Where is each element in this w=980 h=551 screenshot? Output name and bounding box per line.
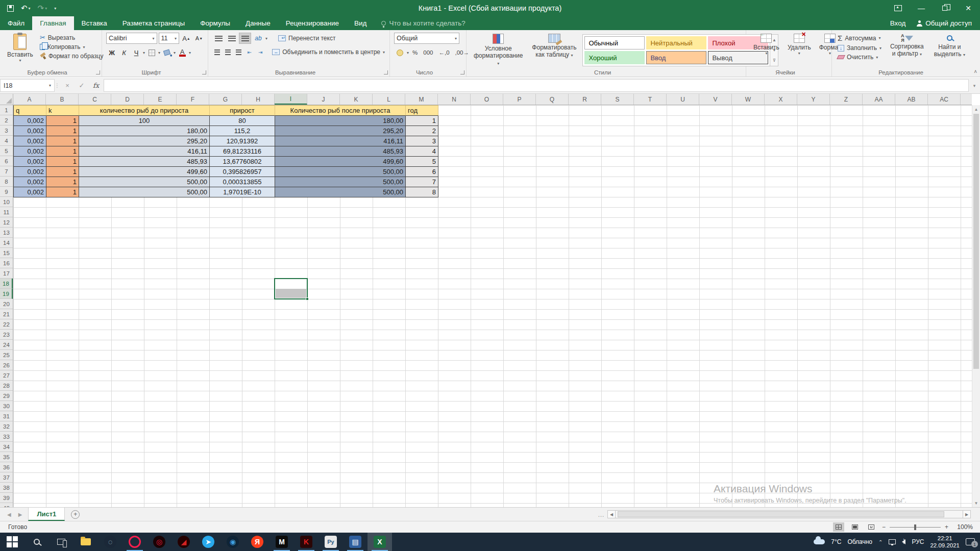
row-header-17[interactable]: 17 xyxy=(0,268,13,279)
fill-color-caret[interactable]: ▾ xyxy=(174,51,176,55)
insert-function-button[interactable]: fx xyxy=(89,82,103,89)
wrap-text-button[interactable]: Перенести текст xyxy=(277,34,337,43)
row-header-7[interactable]: 7 xyxy=(0,166,13,177)
taskbar-icon-start[interactable] xyxy=(0,533,24,551)
row-header-2[interactable]: 2 xyxy=(0,115,13,126)
cell[interactable]: 1 xyxy=(46,187,79,197)
cell[interactable]: 6 xyxy=(406,167,438,177)
column-header-U[interactable]: U xyxy=(667,94,699,105)
find-select-button[interactable]: Найти и выделить ▾ xyxy=(931,33,968,62)
taskbar-icon-steam[interactable]: ◌ xyxy=(98,533,122,551)
weather-cloud-icon[interactable] xyxy=(814,539,825,544)
comma-style-button[interactable]: 000 xyxy=(421,48,435,57)
cut-button[interactable]: ✂Вырезать xyxy=(38,33,105,42)
paste-button[interactable]: Вставить▾ xyxy=(4,33,36,64)
zoom-level[interactable]: 100% xyxy=(953,523,973,531)
cell[interactable]: 1 xyxy=(46,136,79,146)
increase-decimal-button[interactable]: ←,0 xyxy=(436,48,451,57)
scroll-up-arrow[interactable]: ▲ xyxy=(972,105,980,113)
cell[interactable]: 115,2 xyxy=(210,126,275,136)
weather-temp[interactable]: 7°C xyxy=(831,538,841,545)
cell[interactable]: 0,002 xyxy=(14,157,46,167)
column-header-F[interactable]: F xyxy=(177,94,209,105)
align-bottom-button[interactable] xyxy=(239,33,251,44)
cell[interactable]: 3 xyxy=(406,136,438,146)
accounting-caret[interactable]: ▾ xyxy=(407,51,409,55)
orientation-caret[interactable]: ▾ xyxy=(265,36,267,41)
zoom-slider-handle[interactable] xyxy=(914,524,916,530)
sheet-tab-list1[interactable]: Лист1 xyxy=(28,508,65,521)
orientation-button[interactable]: ab xyxy=(252,33,264,44)
horizontal-scrollbar[interactable] xyxy=(616,510,963,518)
autosum-button[interactable]: ΣАвтосумма▾ xyxy=(836,33,883,43)
tab-file[interactable]: Файл xyxy=(0,16,32,30)
expand-formula-bar-button[interactable]: ▾ xyxy=(969,78,980,93)
language-indicator[interactable]: РУС xyxy=(912,538,924,545)
cell[interactable]: 500,00 xyxy=(79,177,210,187)
fill-handle[interactable] xyxy=(306,297,309,300)
name-box-splitter[interactable]: ⋮ xyxy=(55,78,60,93)
hidden-icons-chevron[interactable]: ⌃ xyxy=(878,539,883,545)
cell[interactable]: 1 xyxy=(46,116,79,126)
increase-indent-button[interactable]: ⇥ xyxy=(256,46,265,58)
hscroll-left-arrow[interactable]: ◀ xyxy=(607,510,616,518)
undo-button[interactable]: ↶▾ xyxy=(21,4,31,13)
row-header-35[interactable]: 35 xyxy=(0,452,13,462)
dialog-launcher-icon[interactable] xyxy=(202,70,206,74)
row-header-38[interactable]: 38 xyxy=(0,483,13,493)
underline-button[interactable]: Ч xyxy=(131,47,142,58)
taskbar-icon-red-player[interactable]: ◢ xyxy=(172,533,196,551)
cell[interactable]: 416,11 xyxy=(275,136,406,146)
fill-color-button[interactable] xyxy=(161,47,173,58)
italic-button[interactable]: К xyxy=(118,47,130,58)
network-icon[interactable] xyxy=(889,539,896,544)
scroll-down-arrow[interactable]: ▼ xyxy=(972,499,980,507)
column-header-Z[interactable]: Z xyxy=(830,94,863,105)
taskbar-icon-calculator[interactable]: ▤ xyxy=(343,533,368,551)
row-header-29[interactable]: 29 xyxy=(0,391,13,401)
cell[interactable]: 0,002 xyxy=(14,126,46,136)
cell[interactable]: 416,11 xyxy=(79,146,210,157)
row-header-6[interactable]: 6 xyxy=(0,156,13,166)
column-header-P[interactable]: P xyxy=(503,94,536,105)
column-header-N[interactable]: N xyxy=(438,94,471,105)
tab-page-layout[interactable]: Разметка страницы xyxy=(115,16,192,30)
cell[interactable]: 4 xyxy=(406,146,438,157)
column-header-G[interactable]: G xyxy=(209,94,242,105)
format-as-table-button[interactable]: Форматировать как таблицу ▾ xyxy=(529,33,579,59)
select-all-corner[interactable] xyxy=(0,94,13,105)
cell[interactable]: 100 xyxy=(79,116,210,126)
dialog-launcher-icon[interactable] xyxy=(460,70,464,74)
page-break-view-button[interactable] xyxy=(866,522,877,532)
taskbar-icon-m-app[interactable]: M xyxy=(270,533,294,551)
horizontal-scroll-thumb[interactable] xyxy=(618,511,944,517)
row-header-15[interactable]: 15 xyxy=(0,248,13,258)
column-header-S[interactable]: S xyxy=(601,94,634,105)
volume-icon[interactable] xyxy=(902,539,905,544)
percent-button[interactable]: % xyxy=(410,48,420,57)
row-header-4[interactable]: 4 xyxy=(0,136,13,146)
selection-box[interactable] xyxy=(274,278,308,299)
borders-button[interactable] xyxy=(146,47,157,58)
cell[interactable]: 120,91392 xyxy=(210,136,275,146)
tab-splitter[interactable]: … xyxy=(598,511,604,518)
column-header-AC[interactable]: AC xyxy=(928,94,961,105)
tab-data[interactable]: Данные xyxy=(238,16,278,30)
insert-cells-button[interactable]: Вставить▾ xyxy=(750,33,782,57)
row-header-24[interactable]: 24 xyxy=(0,340,13,350)
cell[interactable]: 80 xyxy=(210,116,275,126)
row-header-11[interactable]: 11 xyxy=(0,207,13,217)
dialog-launcher-icon[interactable] xyxy=(96,70,100,74)
taskbar-icon-task-view[interactable] xyxy=(49,533,74,551)
cell-style-chip[interactable]: Нейтральный xyxy=(646,36,706,49)
row-header-26[interactable]: 26 xyxy=(0,360,13,370)
row-header-22[interactable]: 22 xyxy=(0,319,13,330)
restore-button[interactable] xyxy=(933,0,957,16)
taskbar-icon-search[interactable] xyxy=(24,533,49,551)
cell[interactable]: 485,93 xyxy=(79,157,210,167)
save-button[interactable] xyxy=(7,5,14,12)
row-header-14[interactable]: 14 xyxy=(0,238,13,248)
column-header-AD[interactable]: AD xyxy=(961,94,972,105)
cell[interactable]: 1 xyxy=(46,167,79,177)
add-sheet-button[interactable]: + xyxy=(71,510,80,519)
